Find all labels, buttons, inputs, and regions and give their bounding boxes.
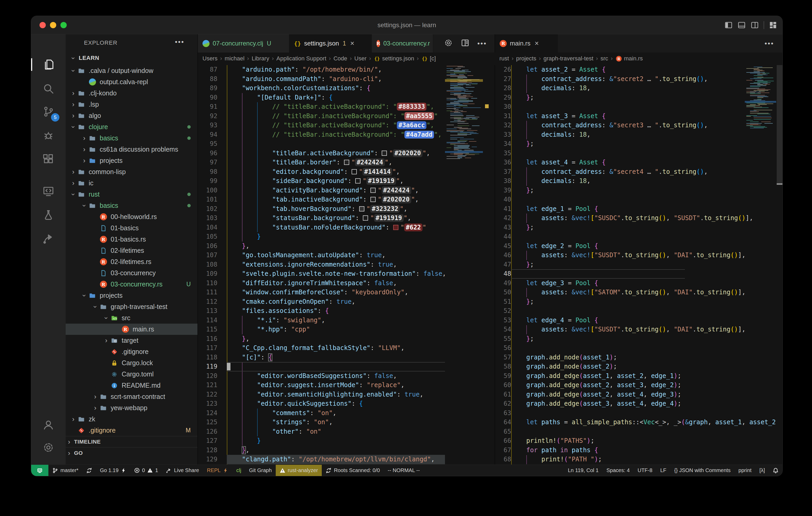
breadcrumb-item[interactable]: rust [499,55,509,62]
extensions-icon[interactable] [31,147,66,171]
tree-item-03-concurrency[interactable]: 03-concurrency [66,267,198,279]
tree-item--calva-output-window[interactable]: ›.calva / output-window [66,65,198,76]
lambda-status[interactable]: [λ] [755,465,769,476]
toggle-secondary-sidebar-icon[interactable] [751,21,759,29]
tree-item-scrt-smart-contract[interactable]: ›scrt-smart-contract [66,391,198,402]
tree-item-cs61a-discussion-problems[interactable]: ›cs61a discussion problems [66,144,198,155]
tree-item-projects[interactable]: ›projects [66,155,198,166]
toggle-panel-icon[interactable] [737,21,746,29]
more-actions-icon[interactable]: ••• [765,39,774,48]
tree-item-src[interactable]: ›</>src [66,312,198,324]
tree-item-03-concurrency-rs[interactable]: R03-concurrency.rsU [66,279,198,290]
testing-icon[interactable] [31,203,66,227]
repl-status[interactable]: REPL [203,465,232,476]
breadcrumb-item[interactable]: Code [334,55,347,62]
notifications[interactable] [769,465,782,476]
tree-item-projects[interactable]: ›projects [66,290,198,301]
tree-item-00-helloworld-rs[interactable]: R00-helloworld.rs [66,211,198,222]
remote-explorer-icon[interactable] [31,179,66,203]
breadcrumb-item[interactable]: Library [252,55,269,62]
tab-03-concurrency[interactable]: R03-concurrency.r [372,34,433,53]
explorer-more-actions-icon[interactable]: ••• [175,38,184,46]
remote-indicator[interactable] [31,465,49,476]
tree-item--lsp[interactable]: ›.lsp [66,99,198,110]
tree-item-output-calva-repl[interactable]: output.calva-repl [66,76,198,88]
tree-item-01-basics[interactable]: 01-basics [66,222,198,234]
account-icon[interactable] [31,413,66,437]
workspace-section-header[interactable]: › LEARN [66,52,198,64]
breadcrumb[interactable]: Users›michael›Library›Application Suppor… [202,53,495,65]
scrollbar-slider[interactable] [777,65,783,184]
live-share[interactable]: Live Share [162,465,203,476]
live-share-icon[interactable] [31,226,66,251]
pprint-status[interactable]: pprint [734,465,755,476]
customize-layout-icon[interactable] [769,21,777,29]
breadcrumb-item[interactable]: {}settings.json [374,55,414,62]
editor-main-rs[interactable]: 26 let asset_2 = Asset {27 contract_addr… [495,65,783,464]
tree-item-readme-md[interactable]: README.md [66,380,198,391]
tree-item-rust[interactable]: ›rust [66,189,198,200]
minimap[interactable] [745,65,776,464]
timeline-section[interactable]: › TIMELINE [66,436,198,447]
tree-item--clj-kondo[interactable]: ›.clj-kondo [66,88,198,99]
go-section[interactable]: › GO [66,447,198,458]
sync-status[interactable] [82,465,96,476]
eol[interactable]: LF [656,465,670,476]
cursor-position[interactable]: Ln 119, Col 1 [564,465,603,476]
tree-item-zk[interactable]: ›zk [66,414,198,425]
tree-item-ic[interactable]: ›ic [66,178,198,189]
breadcrumb-item[interactable]: User [354,55,367,62]
language-mode[interactable]: {} JSON with Comments [670,465,734,476]
minimap[interactable] [445,65,483,464]
tree-item-cargo-toml[interactable]: Cargo.toml [66,369,198,380]
breadcrumb[interactable]: rust›projects›graph-traversal-test›src›R… [499,53,783,65]
tree-item-target[interactable]: ›target [66,335,198,346]
tree-item-cargo-lock[interactable]: Cargo.lock [66,357,198,369]
tree-item-graph-traversal-test[interactable]: ›graph-traversal-test [66,301,198,312]
tab-main-rs[interactable]: Rmain.rs× [495,34,558,53]
close-tab-icon[interactable]: × [535,39,539,48]
run-debug-icon[interactable] [31,124,66,148]
editor-settings-json[interactable]: 87 "arduino.path": "/opt/homebrew/bin/",… [198,65,495,464]
breadcrumb-item[interactable]: Rmain.rs [615,55,643,62]
tree-item-clojure[interactable]: ›clojure [66,121,198,132]
git-branch[interactable]: master* [49,465,82,476]
go-version[interactable]: Go 1.19 [96,465,130,476]
breadcrumb-item[interactable]: {}[c] [421,55,436,62]
tree-item-basics[interactable]: ›basics [66,132,198,144]
rust-analyzer-status[interactable]: rust-analyzer [276,465,322,476]
encoding[interactable]: UTF-8 [634,465,656,476]
breadcrumb-item[interactable]: michael [225,55,244,62]
tree-item--gitignore[interactable]: .gitignoreM [66,425,198,436]
tree-item-common-lisp[interactable]: ›common-lisp [66,166,198,178]
tree-item-02-lifetimes-rs[interactable]: R02-lifetimes.rs [66,256,198,267]
toggle-sidebar-icon[interactable] [724,21,733,29]
tab-settings-json[interactable]: {}settings.json1× [289,34,372,53]
breadcrumb-item[interactable]: Users [202,55,218,62]
more-actions-icon[interactable]: ••• [477,39,487,48]
vim-mode[interactable]: -- NORMAL -- [384,465,424,476]
tree-item-yew-webapp[interactable]: ›yew-webapp [66,402,198,414]
tree-item-algo[interactable]: ›algo [66,110,198,121]
clj-status[interactable]: clj [232,465,245,476]
breadcrumb-item[interactable]: projects [516,55,536,62]
search-icon[interactable] [31,77,66,101]
tree-item-basics[interactable]: ›basics [66,200,198,211]
breadcrumb-item[interactable]: src [600,55,608,62]
problems[interactable]: 01 [130,465,162,476]
tab-07-concurrency[interactable]: 07-concurrency.cljU [198,34,289,53]
git-graph[interactable]: Git Graph [245,465,276,476]
tree-item--gitignore[interactable]: .gitignore [66,346,198,357]
explorer-icon[interactable] [31,53,66,77]
breadcrumb-item[interactable]: graph-traversal-test [543,55,593,62]
breadcrumb-item[interactable]: Application Support [277,55,326,62]
indentation[interactable]: Spaces: 4 [603,465,634,476]
settings-gear-icon[interactable] [31,435,66,459]
open-settings-ui-icon[interactable] [444,38,453,48]
tree-item-01-basics-rs[interactable]: R01-basics.rs [66,234,198,245]
tree-item-main-rs[interactable]: Rmain.rs [66,324,198,335]
split-editor-icon[interactable] [461,38,470,48]
roots-scanned[interactable]: Roots Scanned: 0/0 [322,465,384,476]
close-tab-icon[interactable]: × [350,39,354,48]
tree-item-02-lifetimes[interactable]: 02-lifetimes [66,245,198,256]
